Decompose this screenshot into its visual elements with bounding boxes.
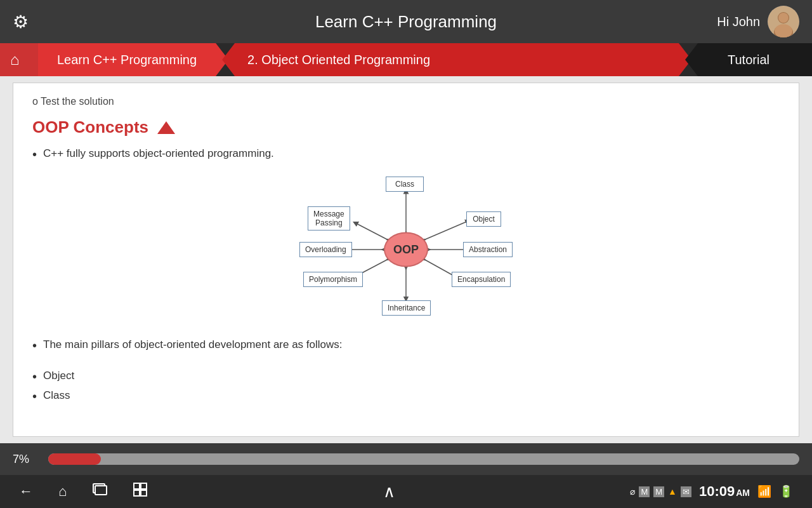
bottom-nav-right: ⌀ M M ▲ ✉ 10:09AM 📶 🔋 [630,483,793,500]
oop-class-node: Class [386,177,424,192]
bullet-text-2: The main pillars of object-oriented deve… [43,338,343,351]
svg-point-3 [778,13,789,23]
oop-message-passing-node: MessagePassing [308,206,350,231]
oop-object-node: Object [466,211,501,227]
bullet-dot-2: • [32,339,37,352]
alert-icon: ▲ [668,486,677,497]
bullet-item-2: • The main pillars of object-oriented de… [32,338,780,352]
oop-center-node: OOP [384,232,428,267]
nav-section1[interactable]: Learn C++ Programming [38,43,228,76]
oop-diagram: OOP Class Object Abstraction Encapsulati… [285,173,527,326]
svg-rect-14 [95,486,107,495]
home-button[interactable]: ⌂ [58,483,67,500]
mail2-icon: M [653,486,664,497]
svg-rect-18 [141,490,147,496]
nav-home-button[interactable]: ⌂ [0,43,38,76]
gear-icon[interactable]: ⚙ [13,11,29,32]
bottom-nav-left: ← ⌂ [19,482,148,501]
svg-rect-16 [141,483,147,489]
collapse-arrow-icon[interactable] [157,121,175,134]
back-button[interactable]: ← [19,483,33,500]
svg-rect-15 [134,483,140,489]
status-icons: ⌀ M M ▲ ✉ [630,486,691,497]
navbar: ⌂ Learn C++ Programming 2. Object Orient… [0,43,812,76]
bullet-dot-1: • [32,148,37,161]
time-display: 10:09AM [699,483,750,500]
wifi-icon: 📶 [757,485,771,498]
nav-section3-label: Tutorial [728,53,769,67]
oop-encapsulation-node: Encapsulation [452,272,511,287]
recent-apps-button[interactable] [92,483,107,500]
progress-bar-area: 7% [0,443,812,475]
oop-abstraction-node: Abstraction [463,242,513,257]
nav-section2-label: 2. Object Oriented Programming [247,53,430,67]
oop-overloading-node: Overloading [299,242,352,257]
grid-button[interactable] [133,482,148,501]
nav-section3[interactable]: Tutorial [685,43,812,76]
oop-diagram-container: OOP Class Object Abstraction Encapsulati… [32,173,780,326]
header: ⚙ Learn C++ Programming Hi John [0,0,812,43]
oop-concepts-title: OOP Concepts [32,117,148,137]
mail-icon: M [639,486,650,497]
home-icon: ⌂ [10,51,20,69]
bottom-nav-center: ∧ [383,482,395,502]
progress-label: 7% [13,453,38,466]
main-content: o Test the solution OOP Concepts • C++ f… [0,76,812,443]
header-title: Learn C++ Programming [315,12,497,32]
bullet-dot-3: • [32,370,37,383]
test-solution-line: o Test the solution [32,96,780,107]
bullet-dot-4: • [32,390,37,403]
svg-point-4 [775,24,792,37]
content-panel: o Test the solution OOP Concepts • C++ f… [13,83,799,437]
section-title: OOP Concepts [32,117,780,137]
svg-line-6 [424,221,468,240]
oop-inheritance-node: Inheritance [382,300,431,316]
greeting-text: Hi John [717,15,760,29]
bottom-nav: ← ⌂ ∧ ⌀ M M ▲ ✉ 10:09AM [0,475,812,508]
nav-section1-label: Learn C++ Programming [57,53,197,67]
progress-track [48,453,799,465]
oop-polymorphism-node: Polymorphism [303,272,363,287]
bullet-item-4: • Class [32,389,780,403]
nav-section2[interactable]: 2. Object Oriented Programming [222,43,691,76]
am-pm: AM [736,488,750,498]
avatar[interactable] [768,6,799,37]
progress-fill [48,453,101,465]
bullet-text-4: Class [43,389,70,402]
up-button[interactable]: ∧ [383,482,395,502]
bullet-item-1: • C++ fully supports object-oriented pro… [32,147,780,161]
time-value: 10:09 [699,483,735,499]
envelope-icon: ✉ [681,486,691,497]
svg-rect-17 [134,490,140,496]
usb-icon: ⌀ [630,486,635,497]
battery-icon: 🔋 [779,485,793,498]
user-area: Hi John [717,6,799,37]
svg-line-12 [355,223,388,240]
bullet-text-3: Object [43,370,74,382]
bullet-text-1: C++ fully supports object-oriented progr… [43,147,274,160]
bullet-item-3: • Object [32,370,780,383]
